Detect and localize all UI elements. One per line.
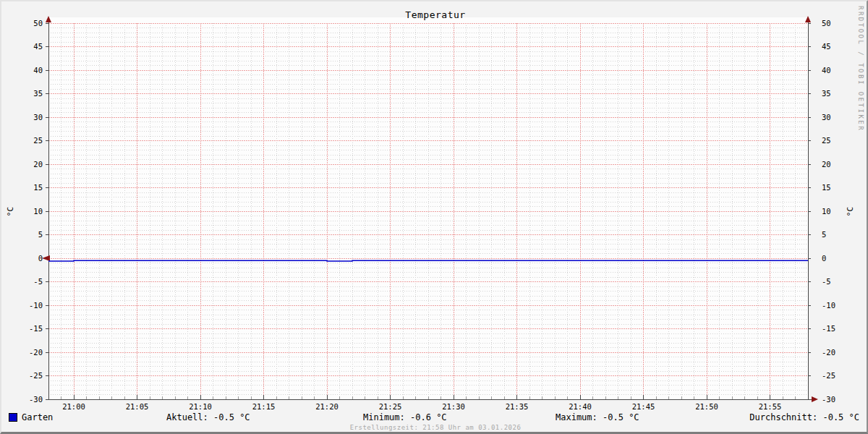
y-axis-label-right: 15 <box>822 183 831 192</box>
x-axis-label: 21:30 <box>442 402 465 411</box>
y-axis-label-right: 0 <box>822 254 826 263</box>
y-axis-label-left: -30 <box>29 395 43 404</box>
y-axis-label-left: 10 <box>33 207 43 216</box>
y-axis-label-right: 20 <box>822 160 831 169</box>
stat-minimum: Minimum: -0.6 °C <box>363 412 447 422</box>
y-axis-label-right: -15 <box>822 324 835 333</box>
x-axis-label: 21:25 <box>379 402 402 411</box>
x-axis-label: 21:55 <box>759 402 782 411</box>
y-axis-label-left: 20 <box>33 160 43 169</box>
left-axis-unit-label: °C <box>6 201 15 223</box>
y-axis-label-left: -25 <box>29 371 43 380</box>
x-axis-label: 21:10 <box>189 402 212 411</box>
temperature-series-line <box>48 260 808 261</box>
y-axis-label-right: -5 <box>822 277 831 286</box>
y-axis-label-right: 45 <box>822 42 831 51</box>
y-axis-label-right: -20 <box>822 348 835 357</box>
y-axis-label-left: 25 <box>33 136 43 145</box>
x-axis-label: 21:20 <box>315 402 339 411</box>
x-axis-label: 21:05 <box>126 402 149 411</box>
creation-time-footer: Erstellungszeit: 21:58 Uhr am 03.01.2026 <box>1 424 868 431</box>
series-color-swatch <box>9 413 17 422</box>
y-axis-label-left: -20 <box>29 348 43 357</box>
rrdtool-watermark: RRDTOOL / TOBI OETIKER <box>857 6 864 132</box>
zero-line-arrow-left <box>42 255 50 261</box>
right-axis-unit-label: °C <box>846 201 855 223</box>
y-axis-label-left: 0 <box>38 254 43 263</box>
x-axis-label: 21:40 <box>569 402 592 411</box>
y-axis-label-left: 5 <box>38 230 43 239</box>
legend-item-garten: Garten <box>9 412 53 422</box>
y-axis-label-right: 25 <box>822 136 831 145</box>
y-axis-label-left: 35 <box>33 89 43 98</box>
y-axis-label-right: 10 <box>822 207 831 216</box>
y-axis-label-left: -5 <box>33 277 43 286</box>
y-axis-label-left: 40 <box>33 66 43 75</box>
x-axis-arrow-right <box>812 396 818 402</box>
legend-row: Garten Aktuell: -0.5 °C Minimum: -0.6 °C… <box>1 412 868 425</box>
y-axis-label-right: 40 <box>822 66 831 75</box>
x-axis-label: 21:50 <box>695 402 718 411</box>
y-axis-label-right: 5 <box>822 230 826 239</box>
y-axis-label-right: 35 <box>822 89 831 98</box>
y-axis-label-right: 30 <box>822 113 831 122</box>
y-axis-label-left: 45 <box>33 42 43 51</box>
x-axis-label: 21:45 <box>632 402 655 411</box>
y-axis-label-left: -10 <box>29 301 43 310</box>
y-axis-label-left: -15 <box>29 324 43 333</box>
temperature-chart-canvas: 5050454540403535303025252020151510105500… <box>1 1 868 434</box>
x-axis-label: 21:35 <box>506 402 529 411</box>
x-axis-label: 21:00 <box>62 402 85 411</box>
stat-maximum: Maximum: -0.5 °C <box>556 412 639 422</box>
stat-aktuell: Aktuell: -0.5 °C <box>166 412 250 422</box>
stat-durchschnitt: Durchschnitt: -0.5 °C <box>749 412 859 422</box>
y-axis-label-left: 15 <box>33 183 43 192</box>
rrd-temperature-graph: 5050454540403535303025252020151510105500… <box>0 0 868 434</box>
series-label: Garten <box>22 412 53 422</box>
x-axis-label: 21:15 <box>252 402 276 411</box>
y-axis-label-left: 30 <box>33 113 43 122</box>
chart-title: Temperatur <box>1 9 868 20</box>
y-axis-label-right: -25 <box>822 371 835 380</box>
y-axis-label-right: -30 <box>822 395 835 404</box>
y-axis-label-right: -10 <box>822 301 835 310</box>
